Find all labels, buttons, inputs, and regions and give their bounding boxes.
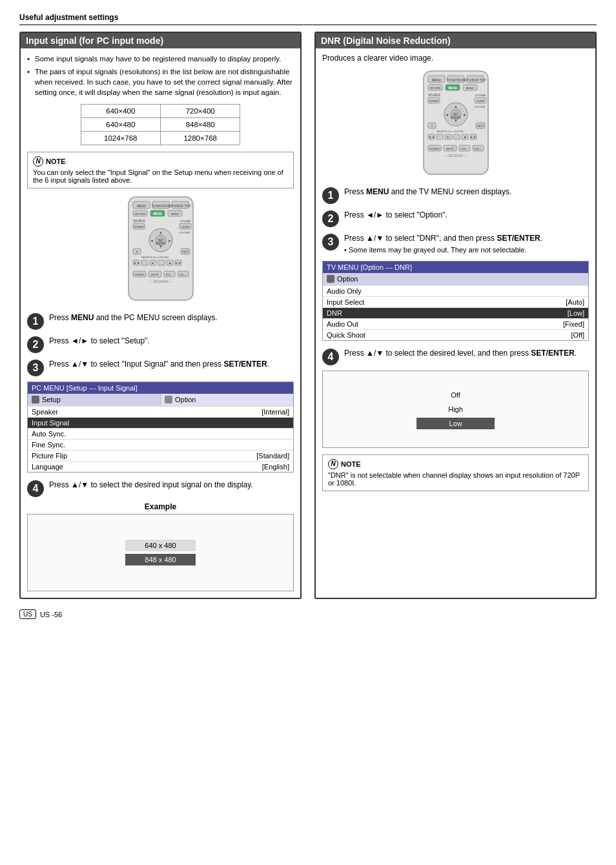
svg-text:MENU: MENU (466, 86, 474, 90)
svg-text:MENU: MENU (447, 86, 457, 90)
menu-row-speaker: Speaker [Internal] (28, 406, 293, 417)
bullet-list: Some input signals may have to be regist… (27, 54, 294, 97)
note-title-text: NOTE (46, 158, 66, 165)
svg-text:MENU: MENU (431, 78, 441, 82)
pc-menu-table: PC MENU [Setup --- Input Signal] Setup O… (27, 382, 294, 473)
note-title-right: NOTE (341, 460, 361, 468)
bullet-item: The pairs of input signals (resolutions)… (27, 66, 294, 97)
svg-text:MENU: MENU (136, 204, 146, 208)
step-text: Press MENU and the PC MENU screen displa… (49, 312, 294, 323)
step-num: 4 (27, 480, 44, 497)
step-text: Press MENU and the TV MENU screen displa… (344, 186, 589, 198)
svg-text:VOL -: VOL - (165, 273, 172, 276)
signal-table: 640×400 720×400 640×480 848×480 1024×768… (81, 104, 241, 145)
svg-text:VOL -: VOL - (460, 147, 467, 150)
menu-row-language: Language [English] (28, 461, 293, 472)
menu-row-audio-out: Audio Out [Fixed] (323, 318, 588, 329)
example-item-1: 640 x 480 (125, 540, 195, 551)
note-box-left: N NOTE You can only select the "Input Si… (27, 152, 294, 188)
step-text: Press ▲/▼ to select "Input Signal" and t… (49, 358, 294, 370)
svg-text:◄◄: ◄◄ (133, 261, 139, 265)
remote-svg-left: MENU TV/SAT/DVD DTV/DVD TOP RETURN MENU … (119, 194, 203, 307)
footer-page: US -56 (40, 611, 62, 618)
step-num: 2 (27, 336, 44, 353)
svg-text:►: ► (151, 261, 154, 265)
svg-text:►: ► (463, 113, 467, 117)
note-text: You can only select the "Input Signal" o… (33, 168, 288, 184)
note-box-right: N NOTE "DNR" is not selectable when chan… (322, 454, 589, 491)
step-3-left: 3 Press ▲/▼ to select "Input Signal" and… (27, 358, 294, 376)
step-text: Press ▲/▼ to select "DNR", and then pres… (344, 232, 589, 256)
svg-text:POWER: POWER (134, 225, 143, 229)
note-icon: N (33, 156, 43, 167)
svg-text:■: ■ (464, 135, 466, 139)
menu-row-auto-sync: Auto Sync. (28, 428, 293, 439)
menu-row-input-signal: Input Signal (28, 417, 293, 428)
svg-text:►: ► (446, 135, 449, 139)
tv-menu-header: TV MENU [Option --- DNR] (323, 261, 588, 273)
svg-text:ENTER: ENTER (451, 116, 461, 119)
svg-text:►►: ►► (470, 135, 477, 139)
note-text-right: "DNR" is not selectable when channel dis… (328, 471, 583, 487)
step-num: 2 (322, 210, 339, 227)
svg-text:FAVORITE CH ● VCR REC: FAVORITE CH ● VCR REC (141, 256, 169, 259)
footer: US US -56 (19, 609, 597, 619)
svg-text:INPUT: INPUT (151, 273, 159, 276)
svg-text:▲: ▲ (454, 105, 458, 108)
step-text: Press ▲/▼ to select the desired level, a… (344, 347, 589, 359)
step-1-right: 1 Press MENU and the TV MENU screen disp… (322, 186, 589, 204)
dnr-option-off: Off (418, 389, 492, 401)
right-section: DNR (Digital Noise Reduction) Produces a… (314, 32, 597, 599)
menu-row-picture-flip: Picture Flip [Standard] (28, 450, 293, 461)
bullet-item: Some input signals may have to be regist… (27, 54, 294, 64)
svg-text:DTV/SAT: DTV/SAT (180, 231, 190, 234)
left-section: Input signal (for PC input mode) Some in… (19, 32, 302, 599)
step-text: Press ◄/► to select "Setup". (49, 335, 294, 347)
pc-menu-header: PC MENU [Setup --- Input Signal] (28, 382, 293, 394)
svg-text:— RECEIVER —: — RECEIVER — (149, 280, 172, 283)
svg-text:POWER: POWER (429, 147, 439, 150)
step-num: 1 (27, 313, 44, 330)
svg-text:INFO: INFO (477, 125, 484, 128)
step-2-left: 2 Press ◄/► to select "Setup". (27, 335, 294, 353)
signal-cell: 848×480 (160, 118, 240, 132)
svg-text:DTV/SAT: DTV/SAT (180, 219, 191, 223)
step-num: 3 (322, 234, 339, 250)
svg-text:►: ► (168, 239, 172, 243)
svg-text:◄: ◄ (150, 239, 154, 243)
svg-text:GUIDE: GUIDE (181, 225, 189, 229)
example-box: 640 x 480 848 x 480 (27, 514, 294, 591)
dnr-options-box: Off High Low (322, 371, 589, 448)
page-title: Useful adjustment settings (19, 13, 597, 25)
svg-text:◄◄: ◄◄ (428, 135, 435, 139)
dnr-option-low: Low (416, 418, 494, 429)
signal-cell: 1280×768 (160, 132, 240, 145)
svg-text:POWER: POWER (134, 273, 144, 276)
svg-text:VOL +: VOL + (179, 273, 187, 276)
option-icon-left (165, 396, 172, 403)
step-2-right: 2 Press ◄/► to select "Option". (322, 209, 589, 227)
right-section-title: DNR (Digital Noise Reduction) (316, 33, 595, 48)
dnr-option-high: High (416, 403, 495, 415)
left-section-title: Input signal (for PC input mode) (21, 33, 300, 48)
setup-icon (32, 396, 39, 403)
step-4-left: 4 Press ▲/▼ to select the desired input … (27, 479, 294, 497)
svg-text:INFO: INFO (181, 250, 189, 254)
svg-rect-87 (436, 134, 443, 139)
svg-text:MENU: MENU (152, 212, 162, 216)
example-item-2: 848 x 480 (125, 554, 195, 565)
signal-cell: 1024×768 (81, 132, 160, 145)
svg-text:DTV/SAT: DTV/SAT (475, 105, 486, 108)
step-4-right: 4 Press ▲/▼ to select the desired level,… (322, 347, 589, 365)
svg-text:INPUT: INPUT (446, 147, 455, 150)
remote-svg-right: MENU TV/SAT/DVD DTV/DVD TOP RETURN MENU … (414, 68, 498, 181)
step-text: Press ◄/► to select "Option". (344, 209, 589, 221)
step-1-left: 1 Press MENU and the PC MENU screen disp… (27, 312, 294, 330)
dnr-intro: Produces a clearer video image. (322, 54, 589, 63)
menu-row-dnr: DNR [Low] (323, 307, 588, 318)
svg-rect-90 (453, 134, 460, 139)
menu-row-quick-shoot: Quick Shoot [Off] (323, 329, 588, 340)
svg-text:GUIDE: GUIDE (476, 99, 484, 103)
signal-cell: 640×480 (81, 118, 160, 132)
signal-cell: 720×400 (160, 105, 240, 118)
